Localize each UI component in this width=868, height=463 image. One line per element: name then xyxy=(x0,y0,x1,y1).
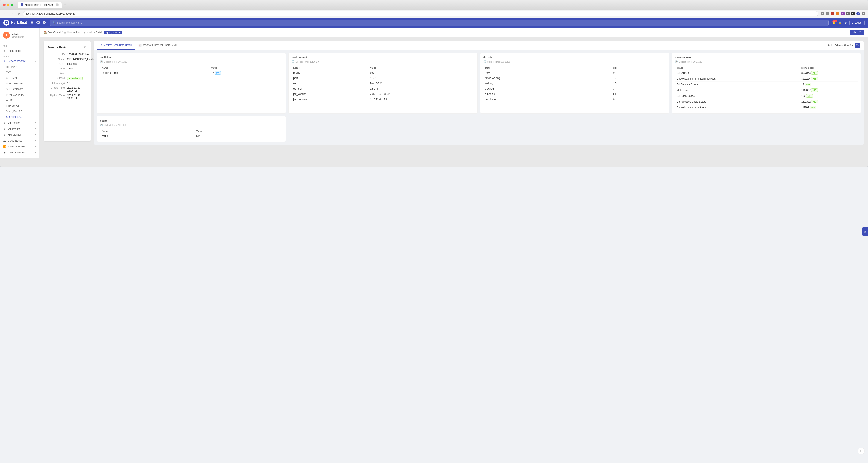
forward-button[interactable]: → xyxy=(10,11,14,16)
tab-title: Monitor Detail - HertzBeat xyxy=(25,3,54,6)
star-icon[interactable]: ☆ xyxy=(826,12,829,16)
tab-history[interactable]: 📈 Monitor Historical Chart Detail xyxy=(135,41,180,50)
sidebar-item-ping-connect[interactable]: PING CONNECT xyxy=(3,92,39,97)
port-value: 1157 xyxy=(67,67,87,70)
custom-monitor-header[interactable]: ⚙ Custom Monitor ▼ xyxy=(0,150,39,155)
notification-button[interactable]: 🔔 99+ xyxy=(832,21,836,24)
logout-button[interactable]: G Logout xyxy=(849,20,865,25)
breadcrumb-dashboard[interactable]: 🏠 DashBoard xyxy=(44,31,61,34)
basic-card-settings-button[interactable]: ⊙ xyxy=(84,45,87,49)
health-col-value: Value xyxy=(194,129,283,134)
sidebar-item-site-map[interactable]: SITE MAP xyxy=(3,75,39,81)
clock-icon-5: 🕐 xyxy=(100,123,103,126)
service-monitor-header[interactable]: ⊞ Service Monitor ▲ xyxy=(0,58,39,64)
mem-codehep-nonm-name: CodeHeap 'non-nmethods' xyxy=(675,105,800,111)
ext-icon-1[interactable]: M xyxy=(831,12,834,16)
thread-waiting-value: 104 xyxy=(612,81,666,86)
sidebar-item-port-telnet[interactable]: PORT TELNET xyxy=(3,81,39,86)
cloud-native-header[interactable]: ☁ Cloud Native ▼ xyxy=(0,138,39,144)
thread-timed-name: timed-waiting xyxy=(483,76,612,81)
env-osarch-name: os_arch xyxy=(291,86,368,91)
global-search[interactable]: 🔍 Search: Monitor Name、IP xyxy=(50,20,829,26)
basic-card-title: Monitor Basic xyxy=(48,46,66,49)
db-monitor-icon: ⊟ xyxy=(3,121,6,124)
tab-realtime[interactable]: ≡ Monitor Real-Time Detail xyxy=(97,41,135,50)
reload-button[interactable]: ↻ xyxy=(17,11,21,16)
nav-right-actions: 🔔 99+ 🔒 ⚙ G Logout xyxy=(832,20,865,25)
breadcrumb-monitor-detail[interactable]: ⊙ Monitor Detail SpringBoot2.0 xyxy=(84,31,122,34)
metrics-panel: ≡ Monitor Real-Time Detail 📈 Monitor His… xyxy=(94,41,864,145)
tab-favicon xyxy=(21,3,24,6)
minimize-button[interactable] xyxy=(7,4,9,6)
available-title: available xyxy=(100,56,283,59)
table-row: Metaspace 118.637 MB xyxy=(675,87,858,93)
mb-badge: MB xyxy=(811,71,818,75)
create-time-label: Create Time xyxy=(48,86,67,92)
host-value: localhost xyxy=(67,62,87,65)
sidebar-item-dashboard[interactable]: ⊞ DashBoard xyxy=(0,48,39,54)
mid-monitor-header[interactable]: ⊟ Mid Monitor ▼ xyxy=(0,132,39,138)
ext-icon-3[interactable]: M xyxy=(841,12,844,16)
mem-compressed-value: 15.2382 MB xyxy=(800,99,858,105)
profile-icon[interactable]: A xyxy=(857,12,860,16)
table-row: G1 Survivor Space 12 MB xyxy=(675,82,858,87)
sidebar-item-website[interactable]: WEBSITE xyxy=(3,97,39,103)
clock-icon: 🕐 xyxy=(100,60,103,63)
sidebar-item-http-api[interactable]: HTTP API xyxy=(3,64,39,70)
url-bar[interactable]: localhost:4200/monitors/190286136061440 xyxy=(23,11,818,16)
ext-icon-4[interactable]: E xyxy=(846,12,849,16)
browser-action-icons: ⬇ ☆ M F M E ⋯ A ⋮ xyxy=(820,12,865,16)
close-button[interactable] xyxy=(3,4,5,6)
user-section: A admin administrator xyxy=(0,30,39,42)
environment-table: Name Value profile dev xyxy=(291,66,474,102)
service-monitor-items: HTTP API JVM SITE MAP PORT TELNET SSL Ce… xyxy=(0,64,39,120)
db-monitor-header[interactable]: ⊟ DB Monitor ▼ xyxy=(0,120,39,126)
info-row-desc: Desc xyxy=(48,71,87,76)
settings-button[interactable]: ⚙ xyxy=(844,21,847,24)
table-row: blocked 3 xyxy=(483,86,666,91)
threads-card: threads 🕐 Collect Time: 10:16:29 s xyxy=(480,53,669,114)
cloud-native-icon: ☁ xyxy=(3,139,6,142)
table-row: Compressed Class Space 15.2382 MB xyxy=(675,99,858,105)
sidebar-item-springboot2[interactable]: SpringBoot2.0 xyxy=(3,114,39,120)
back-button[interactable]: ← xyxy=(3,11,8,16)
new-tab-button[interactable]: + xyxy=(63,2,68,8)
info-row-create-time: Create Time 2022-11-20 16:36:16 xyxy=(48,86,87,93)
os-monitor-header[interactable]: ⊟ OS Monitor ▼ xyxy=(0,126,39,132)
available-col-name: Name xyxy=(100,66,209,70)
github-button[interactable] xyxy=(36,21,40,25)
info-row-id: ID 190286136061440 xyxy=(48,52,87,57)
logout-label: Logout xyxy=(854,21,862,24)
refresh-button[interactable]: ↻ xyxy=(855,42,860,48)
mb-badge-5: MB xyxy=(806,94,813,98)
help-button[interactable]: Help ? xyxy=(850,30,864,35)
env-port-name: port xyxy=(291,76,368,81)
name-value: SPRINGBOOT2_localhost xyxy=(67,58,97,61)
sidebar-item-ssl-certificate[interactable]: SSL Certificate xyxy=(3,86,39,92)
maximize-button[interactable] xyxy=(11,4,13,6)
sidebar-item-jvm[interactable]: JVM xyxy=(3,70,39,75)
page-content: Monitor Basic ⊙ ID 190286136061440 Name xyxy=(39,38,868,148)
lock-button[interactable]: 🔒 xyxy=(838,21,842,24)
chevron-down-icon-4: ▼ xyxy=(34,140,36,142)
status-badge: Available xyxy=(67,77,83,80)
sidebar-item-ftp-server[interactable]: FTP Server xyxy=(3,103,39,109)
ext-icon-5[interactable]: ⋯ xyxy=(851,12,855,16)
browser-tab[interactable]: Monitor Detail - HertzBeat × xyxy=(18,2,62,8)
menu-hamburger-button[interactable]: ☰ xyxy=(31,21,33,25)
breadcrumb-monitor-list[interactable]: ⊞ Monitor List xyxy=(64,31,80,34)
ext-icon-2[interactable]: F xyxy=(836,12,839,16)
tab-close-button[interactable]: × xyxy=(56,3,59,6)
nav-icon-group: ☰ xyxy=(31,21,46,25)
network-monitor-header[interactable]: 📶 Network Monitor ▼ xyxy=(0,144,39,150)
menu-icon[interactable]: ⋮ xyxy=(862,12,865,16)
download-icon[interactable]: ⬇ xyxy=(820,12,824,16)
health-collect-time: 🕐 Collect Time: 10:16:30 xyxy=(100,123,283,126)
table-row: new 0 xyxy=(483,70,666,76)
help-icon: ? xyxy=(859,31,861,34)
docs-button[interactable] xyxy=(43,21,46,25)
breadcrumb: 🏠 DashBoard / ⊞ Monitor List / ⊙ Monitor… xyxy=(39,28,868,38)
name-label: Name xyxy=(48,58,67,61)
env-jdkvendor-value: Zulu11.52+13-CA xyxy=(368,91,474,97)
sidebar-item-springboot3[interactable]: SpringBoot3.0 xyxy=(3,109,39,114)
